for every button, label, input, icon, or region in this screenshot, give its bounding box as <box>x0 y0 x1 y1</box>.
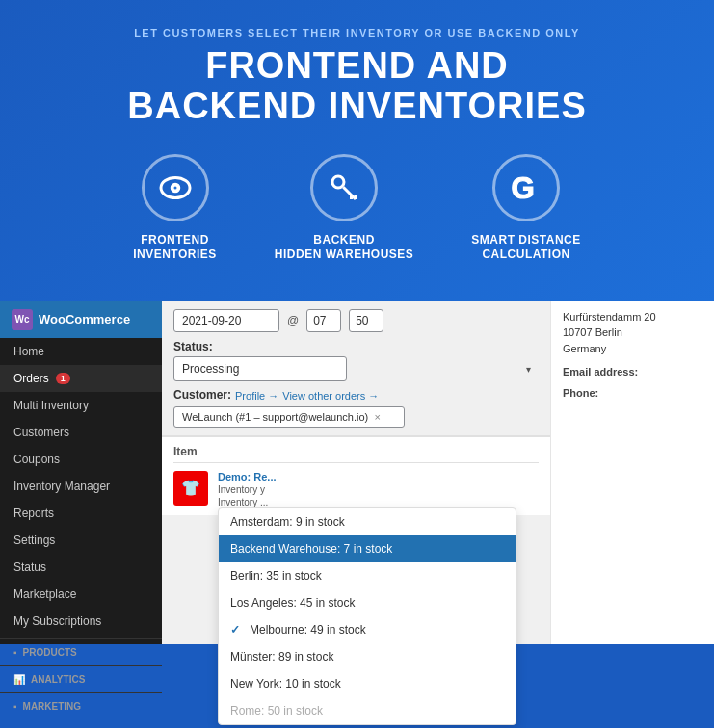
customer-select[interactable]: WeLaunch (#1 – support@welaunch.io) × <box>173 406 405 428</box>
woocommerce-brand: WooCommerce <box>39 312 130 326</box>
svg-point-3 <box>332 176 344 188</box>
view-orders-link[interactable]: View other orders → <box>282 390 379 402</box>
dropdown-item-munster[interactable]: Münster: 89 in stock <box>219 643 516 670</box>
svg-text:G: G <box>511 170 534 204</box>
inventory-dropdown: Amsterdam: 9 in stock Backend Warehouse:… <box>218 507 516 725</box>
item-thumbnail: 👕 <box>173 471 208 506</box>
feature-frontend-label: Frontend Inventories <box>133 233 217 263</box>
time-hour-input[interactable] <box>306 309 341 332</box>
dropdown-item-berlin[interactable]: Berlin: 35 in stock <box>219 562 516 589</box>
status-select-wrapper: Processing ▾ <box>173 356 539 381</box>
eye-icon-circle <box>142 154 209 221</box>
sidebar-item-home[interactable]: Home <box>0 338 162 365</box>
feature-frontend-inventories: Frontend Inventories <box>133 154 217 263</box>
main-area: @ Status: Processing ▾ Customer: Profil <box>162 301 550 644</box>
sidebar-item-coupons[interactable]: Coupons <box>0 446 162 473</box>
customer-label: Customer: <box>173 388 231 402</box>
feature-smart-distance: G Smart Distance Calculation <box>471 154 580 263</box>
customer-value: WeLaunch (#1 – support@welaunch.io) <box>182 411 368 423</box>
key-icon-circle <box>310 154 378 221</box>
customer-row: Customer: Profile → View other orders → … <box>173 388 539 428</box>
sidebar-item-marketplace[interactable]: Marketplace <box>0 581 162 608</box>
sidebar-section-products[interactable]: ▪Products <box>0 638 162 662</box>
email-label: Email address: <box>563 366 702 377</box>
google-icon-circle: G <box>492 154 560 221</box>
chevron-down-icon: ▾ <box>526 363 531 374</box>
sidebar-item-reports[interactable]: Reports <box>0 500 162 527</box>
sidebar-section-marketing[interactable]: ▪Marketing <box>0 692 162 715</box>
date-row: @ <box>173 309 539 332</box>
woocommerce-sidebar: Wc WooCommerce Home Orders 1 Multi Inven… <box>0 301 162 644</box>
item-name-link[interactable]: Demo: Re... <box>218 471 277 482</box>
right-panel: Kurfürstendamm 20 10707 Berlin Germany E… <box>550 301 714 644</box>
svg-point-2 <box>172 185 177 190</box>
sidebar-item-inventory-manager[interactable]: Inventory Manager <box>0 473 162 500</box>
sidebar-section-analytics[interactable]: 📊Analytics <box>0 665 162 689</box>
items-header: Item <box>173 445 539 463</box>
subtitle: Let customers select their inventory or … <box>39 27 675 39</box>
inventory-label-1: Inventory y <box>218 484 539 495</box>
item-row: 👕 Demo: Re... Inventory y Inventory ... … <box>173 471 539 507</box>
screenshot-section: Wc WooCommerce Home Orders 1 Multi Inven… <box>0 301 714 644</box>
feature-backend-label: Backend Hidden Warehouses <box>275 233 414 263</box>
order-form: @ Status: Processing ▾ Customer: Profil <box>162 301 550 436</box>
order-items-section: Item 👕 Demo: Re... Inventory y Inventory… <box>162 436 550 515</box>
dropdown-item-rome[interactable]: Rome: 50 in stock <box>219 697 516 724</box>
dropdown-item-backend[interactable]: Backend Warehouse: 7 in stock <box>219 535 516 562</box>
dropdown-item-melbourne[interactable]: Melbourne: 49 in stock <box>219 616 516 643</box>
sidebar-menu: Home Orders 1 Multi Inventory Customers … <box>0 338 162 635</box>
status-label: Status: <box>173 340 539 353</box>
sidebar-item-settings[interactable]: Settings <box>0 527 162 554</box>
date-input[interactable] <box>173 309 279 332</box>
time-min-input[interactable] <box>349 309 383 332</box>
svg-line-4 <box>343 187 356 199</box>
wc-logo-icon: Wc <box>12 309 33 330</box>
feature-backend-warehouses: Backend Hidden Warehouses <box>275 154 414 263</box>
phone-label: Phone: <box>563 387 702 399</box>
google-icon: G <box>509 170 543 205</box>
item-details: Demo: Re... Inventory y Inventory ... <box>218 471 539 507</box>
woocommerce-header: Wc WooCommerce <box>0 301 162 338</box>
billing-address: Kurfürstendamm 20 10707 Berlin Germany <box>563 309 702 357</box>
orders-badge: 1 <box>56 373 70 384</box>
key-icon <box>327 170 361 205</box>
dropdown-item-los-angeles[interactable]: Los Angeles: 45 in stock <box>219 589 516 616</box>
dropdown-item-new-york[interactable]: New York: 10 in stock <box>219 670 516 697</box>
sidebar-item-customers[interactable]: Customers <box>0 419 162 446</box>
sidebar-item-status[interactable]: Status <box>0 554 162 581</box>
sidebar-item-my-subscriptions[interactable]: My Subscriptions <box>0 608 162 635</box>
customer-remove-icon[interactable]: × <box>375 411 381 423</box>
main-title: Frontend and Backend Inventories <box>39 46 675 127</box>
sidebar-item-orders[interactable]: Orders 1 <box>0 365 162 392</box>
customer-label-row: Customer: Profile → View other orders → <box>173 388 539 404</box>
at-symbol: @ <box>287 314 299 327</box>
inventory-label-2: Inventory ... <box>218 497 539 507</box>
features-row: Frontend Inventories Backend Hidden Ware… <box>39 154 675 263</box>
feature-smartdist-label: Smart Distance Calculation <box>471 233 580 263</box>
status-select[interactable]: Processing <box>173 356 347 381</box>
top-section: Let customers select their inventory or … <box>0 0 714 301</box>
eye-icon <box>158 170 193 205</box>
profile-link[interactable]: Profile → <box>235 390 278 402</box>
dropdown-item-amsterdam[interactable]: Amsterdam: 9 in stock <box>219 508 516 535</box>
status-row: Status: Processing ▾ <box>173 340 539 381</box>
sidebar-item-multi-inventory[interactable]: Multi Inventory <box>0 392 162 419</box>
